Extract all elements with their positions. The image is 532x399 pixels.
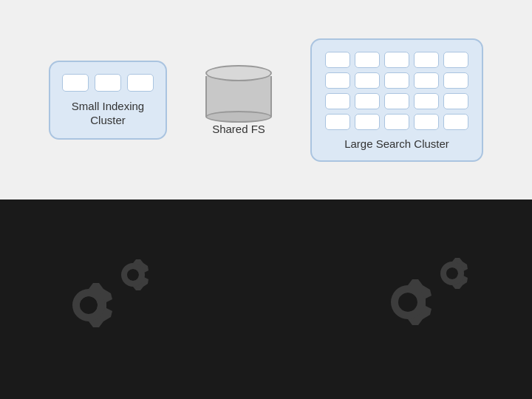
shared-fs-container: Shared FS [205,65,272,135]
gear-group-right [369,256,473,355]
large-search-cluster: Large Search Cluster [310,38,483,162]
small-gear-left [121,259,149,290]
node-box [443,72,468,89]
node-box [95,74,121,92]
large-cluster-grid [325,52,468,130]
large-cluster-label: Large Search Cluster [344,137,449,150]
node-box [443,114,468,130]
cylinder-icon [205,65,272,117]
right-gears-svg [369,256,473,352]
gear-group-left [44,248,163,355]
node-box [414,93,439,109]
bottom-area [0,200,532,399]
svg-point-0 [80,296,98,314]
node-box [384,52,409,68]
svg-point-2 [398,293,417,312]
node-box [414,72,439,89]
small-cluster-nodes [62,74,154,92]
node-box [384,72,409,89]
cylinder-bottom [205,111,272,123]
small-cluster-label: Small Indexing Cluster [72,99,144,128]
node-box [127,74,154,92]
small-gear-right [440,258,468,289]
left-gears-svg [44,248,163,352]
node-box [414,52,439,68]
node-box [325,72,350,89]
node-box [325,93,350,109]
node-box [384,93,409,109]
node-box [355,72,380,89]
diagram-area: Small Indexing Cluster Shared FS [0,0,532,200]
node-box [62,74,89,92]
node-box [443,93,468,109]
cylinder-top [205,65,272,81]
svg-point-1 [127,269,139,281]
node-box [384,114,409,130]
node-box [355,52,380,68]
node-box [325,114,350,130]
node-box [443,52,468,68]
shared-fs-label: Shared FS [212,123,265,135]
node-box [414,114,439,130]
node-box [355,93,380,109]
small-indexing-cluster: Small Indexing Cluster [49,61,167,140]
node-box [325,52,350,68]
node-box [355,114,380,130]
large-gear-right [391,279,432,325]
large-gear-left [72,283,112,327]
svg-point-3 [446,267,458,279]
